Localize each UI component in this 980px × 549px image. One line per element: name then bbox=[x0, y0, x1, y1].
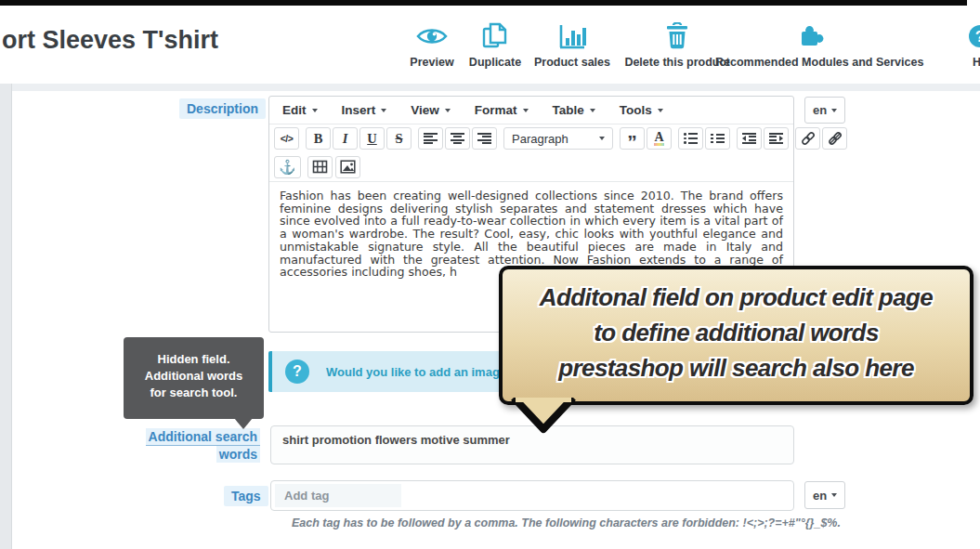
align-center-icon bbox=[451, 131, 464, 146]
chevron-down-icon bbox=[658, 109, 663, 112]
eye-icon bbox=[406, 19, 458, 54]
chevron-down-icon bbox=[831, 493, 837, 497]
bullet-list-button[interactable] bbox=[678, 127, 703, 150]
annotation-text: Additonal field on product edit page to … bbox=[503, 269, 970, 386]
blockquote-icon: ” bbox=[627, 137, 637, 147]
additional-search-words-label: Additional search words bbox=[139, 428, 260, 463]
align-center-button[interactable] bbox=[445, 127, 470, 150]
remove-link-button[interactable] bbox=[822, 127, 847, 150]
image-suggestion-text: Would you like to add an image i bbox=[326, 351, 513, 392]
annotation-callout: Additonal field on product edit page to … bbox=[499, 266, 973, 405]
align-left-button[interactable] bbox=[418, 127, 443, 150]
chevron-down-icon bbox=[445, 109, 451, 112]
numbered-list-button[interactable] bbox=[705, 127, 730, 150]
text-color-button[interactable]: A bbox=[647, 127, 672, 150]
underline-button[interactable]: U bbox=[359, 127, 385, 150]
source-code-button[interactable]: </> bbox=[274, 127, 299, 150]
unlink-icon bbox=[828, 131, 843, 146]
indent-icon bbox=[769, 131, 783, 146]
text-color-icon: A bbox=[654, 131, 663, 146]
help-button[interactable]: ? He bbox=[957, 19, 980, 69]
language-dropdown-description[interactable]: en bbox=[804, 97, 845, 124]
chevron-down-icon bbox=[599, 137, 605, 140]
menu-insert[interactable]: Insert bbox=[342, 103, 387, 117]
table-icon bbox=[312, 160, 328, 174]
paragraph-format-dropdown[interactable]: Paragraph bbox=[503, 127, 613, 150]
italic-button[interactable]: I bbox=[333, 127, 358, 150]
tags-placeholder[interactable]: Add tag bbox=[275, 484, 401, 507]
image-icon bbox=[340, 160, 356, 174]
align-right-icon bbox=[477, 131, 491, 146]
chevron-down-icon bbox=[381, 109, 386, 112]
table-button[interactable] bbox=[307, 156, 333, 178]
recommended-modules-button[interactable]: Recommended Modules and Services bbox=[715, 19, 907, 69]
tooltip-arrow bbox=[234, 418, 253, 429]
align-right-button[interactable] bbox=[472, 127, 497, 150]
duplicate-icon bbox=[464, 19, 526, 54]
left-rail bbox=[0, 84, 12, 549]
outdent-icon bbox=[742, 131, 756, 146]
page-header: ort Sleeves T'shirt Preview Duplicate Pr… bbox=[0, 6, 980, 84]
blockquote-button[interactable]: ” bbox=[620, 127, 645, 150]
bullet-list-icon bbox=[684, 131, 698, 147]
menu-tools[interactable]: Tools bbox=[620, 103, 663, 117]
strikethrough-button[interactable]: S bbox=[386, 127, 412, 150]
svg-text:?: ? bbox=[975, 28, 980, 46]
outdent-button[interactable] bbox=[737, 127, 762, 150]
question-icon: ? bbox=[285, 359, 309, 384]
numbered-list-icon bbox=[711, 131, 725, 145]
duplicate-button[interactable]: Duplicate bbox=[464, 19, 526, 69]
description-label: Description bbox=[179, 98, 266, 119]
menu-view[interactable]: View bbox=[411, 103, 451, 117]
chevron-down-icon bbox=[523, 109, 529, 112]
bold-button[interactable]: B bbox=[306, 127, 331, 150]
preview-button[interactable]: Preview bbox=[406, 19, 458, 69]
product-sales-button[interactable]: Product sales bbox=[534, 19, 610, 69]
puzzle-icon bbox=[715, 19, 907, 54]
link-icon bbox=[801, 131, 816, 146]
insert-image-button[interactable] bbox=[335, 156, 360, 178]
editor-toolbar-row1: </> B I U S Paragraph ” A bbox=[269, 124, 793, 152]
bar-chart-icon bbox=[534, 19, 610, 54]
tags-input[interactable]: Add tag bbox=[270, 480, 794, 511]
hidden-field-tooltip: Hidden field. Additional words for searc… bbox=[124, 337, 264, 419]
editor-toolbar-row2: ⚓ bbox=[269, 152, 793, 182]
chevron-down-icon bbox=[831, 109, 837, 112]
tags-help-text: Each tag has to be followed by a comma. … bbox=[292, 516, 841, 529]
page-title: ort Sleeves T'shirt bbox=[2, 26, 218, 55]
insert-link-button[interactable] bbox=[795, 127, 820, 150]
menu-edit[interactable]: Edit bbox=[282, 103, 318, 117]
language-dropdown-tags[interactable]: en bbox=[804, 481, 845, 509]
chevron-down-icon bbox=[312, 109, 318, 112]
tags-label: Tags bbox=[224, 486, 268, 506]
anchor-button[interactable]: ⚓ bbox=[274, 156, 301, 178]
menu-table[interactable]: Table bbox=[553, 103, 595, 117]
chevron-down-icon bbox=[590, 109, 595, 112]
help-icon: ? bbox=[957, 19, 980, 54]
align-left-icon bbox=[424, 131, 438, 146]
callout-tail bbox=[508, 398, 579, 435]
menu-format[interactable]: Format bbox=[475, 103, 529, 117]
indent-button[interactable] bbox=[764, 127, 789, 150]
editor-menubar: Edit Insert View Format Table Tools bbox=[269, 97, 793, 124]
